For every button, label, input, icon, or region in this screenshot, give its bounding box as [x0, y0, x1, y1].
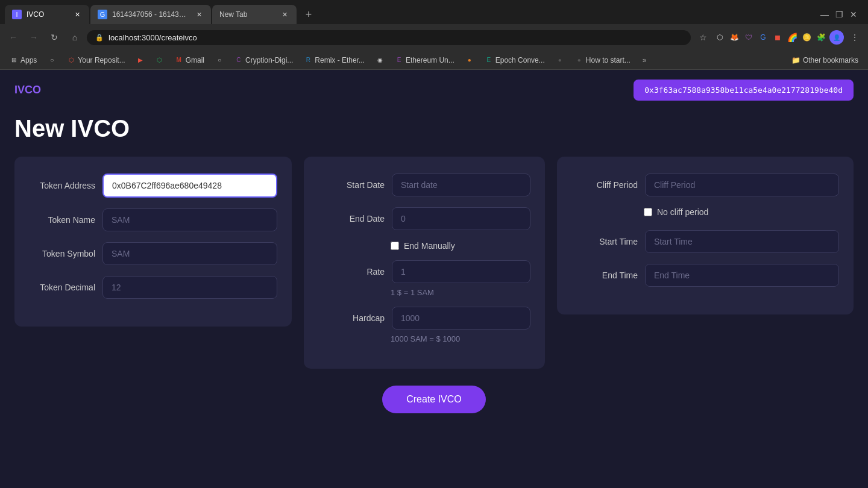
menu-button[interactable]: ⋮ — [846, 29, 863, 46]
end-date-label: End Date — [318, 214, 385, 224]
cliff-period-input[interactable] — [645, 174, 839, 196]
ext-icon-fox[interactable]: 🦊 — [728, 31, 740, 43]
end-time-input[interactable] — [645, 264, 839, 287]
bookmarks-more-button[interactable]: » — [639, 54, 650, 66]
rate-label: Rate — [318, 267, 385, 277]
ext-icon-shield[interactable]: 🛡 — [743, 31, 755, 43]
token-decimal-row: Token Decimal — [29, 276, 277, 299]
ext-puzzle[interactable]: 🧩 — [815, 31, 827, 43]
forward-button[interactable]: → — [25, 29, 42, 46]
create-ivco-button[interactable]: Create IVCO — [382, 386, 486, 413]
token-symbol-row: Token Symbol — [29, 242, 277, 265]
bookmarks-bar: ⊞ Apps ○ ⬡ Your Reposit... ▶ ⬡ M Gmail ○… — [0, 51, 868, 70]
app-logo[interactable]: IVCO — [14, 84, 41, 96]
circle-favicon: ○ — [48, 56, 56, 64]
bookmark-cryption-label: Cryption-Digi... — [245, 56, 293, 64]
end-date-input[interactable] — [392, 207, 530, 230]
back-button[interactable]: ← — [5, 29, 22, 46]
close-window-button[interactable]: ✕ — [849, 10, 858, 19]
token-symbol-input[interactable] — [102, 242, 277, 265]
tab2-favicon: G — [98, 10, 107, 19]
bookmark-epoch-label: Epoch Conve... — [495, 56, 545, 64]
end-time-label: End Time — [571, 271, 638, 280]
end-manually-checkbox[interactable] — [391, 242, 399, 250]
bookmark-b5[interactable]: ⬡ — [151, 54, 169, 66]
other-bookmarks-button[interactable]: 📁 Other bookmarks — [787, 54, 863, 66]
start-time-input[interactable] — [645, 230, 839, 253]
wallet-address-button[interactable]: 0x3f63ac7588a9358be11ca5e4a0e21772819be4… — [634, 80, 854, 101]
no-cliff-checkbox[interactable] — [644, 208, 652, 216]
bookmark-apps[interactable]: ⊞ Apps — [5, 54, 42, 66]
tab-2[interactable]: G 1614347056 - 16143772 ✕ — [90, 5, 211, 24]
bookmark-ethereum[interactable]: E Ethereum Un... — [390, 54, 459, 66]
bookmark-reposit-label: Your Reposit... — [78, 56, 125, 64]
rate-row: Rate — [318, 260, 530, 283]
cliff-period-label: Cliff Period — [571, 180, 638, 190]
hardcap-input[interactable] — [392, 307, 530, 330]
start-time-label: Start Time — [571, 237, 638, 246]
new-tab-button[interactable]: + — [300, 6, 317, 23]
token-name-label: Token Name — [29, 215, 95, 225]
address-bar[interactable]: 🔒 localhost:3000/createivco — [87, 30, 691, 45]
hardcap-label: Hardcap — [318, 313, 385, 323]
ext-icon-coin[interactable]: 🪙 — [800, 31, 813, 43]
yt-favicon: ▶ — [136, 56, 145, 64]
minimize-button[interactable]: — — [820, 10, 829, 19]
bookmark-howto[interactable]: ● How to start... — [570, 54, 635, 66]
token-decimal-input[interactable] — [102, 276, 277, 299]
home-button[interactable]: ⌂ — [66, 29, 83, 46]
ext-icon-sq[interactable]: ◼ — [772, 31, 784, 43]
no-cliff-label[interactable]: No cliff period — [657, 207, 708, 217]
rate-hint: 1 $ = 1 SAM — [318, 288, 530, 297]
other-bookmarks-label: Other bookmarks — [803, 56, 858, 64]
ext-icon-1[interactable]: ⬡ — [714, 31, 726, 43]
bookmark-b11[interactable]: ● — [461, 54, 479, 66]
bookmark-your-reposit[interactable]: ⬡ Your Reposit... — [62, 54, 130, 66]
tab2-close[interactable]: ✕ — [194, 10, 204, 19]
ext-icon-g[interactable]: G — [757, 31, 769, 43]
end-time-row: End Time — [571, 264, 839, 287]
tab-ivco[interactable]: I IVCO ✕ — [5, 5, 89, 24]
bookmark-cryption[interactable]: C Cryption-Digi... — [230, 54, 298, 66]
refresh-button[interactable]: ↻ — [46, 29, 63, 46]
bookmark-b13[interactable]: ● — [551, 54, 569, 66]
token-address-input[interactable] — [102, 174, 277, 198]
b9-favicon: ◉ — [376, 56, 384, 64]
dates-card: Start Date End Date End Manually Rate 1 … — [304, 157, 545, 369]
start-date-input[interactable] — [392, 174, 530, 196]
ext-icon-rainbow[interactable]: 🌈 — [786, 31, 798, 43]
b11-favicon: ● — [465, 56, 474, 64]
token-symbol-label: Token Symbol — [29, 249, 95, 258]
bookmark-remix[interactable]: R Remix - Ether... — [299, 54, 370, 66]
lock-icon: 🔒 — [95, 34, 104, 42]
bookmark-yt[interactable]: ▶ — [131, 54, 149, 66]
reposit-favicon: ⬡ — [67, 56, 75, 64]
no-cliff-row: No cliff period — [571, 207, 839, 217]
tab-ivco-title: IVCO — [27, 10, 68, 19]
bookmark-remix-label: Remix - Ether... — [315, 56, 365, 64]
user-avatar[interactable]: 👤 — [829, 30, 844, 45]
bookmark-apps-label: Apps — [20, 56, 37, 64]
tab-newtab[interactable]: New Tab ✕ — [212, 5, 297, 24]
app-header: IVCO 0x3f63ac7588a9358be11ca5e4a0e217728… — [0, 70, 868, 110]
star-button[interactable]: ☆ — [694, 29, 711, 46]
newtab-close[interactable]: ✕ — [280, 10, 289, 19]
cliff-period-row: Cliff Period — [571, 174, 839, 196]
bookmark-b7[interactable]: ○ — [210, 54, 228, 66]
eth-favicon: E — [395, 56, 403, 64]
token-name-input[interactable] — [102, 208, 277, 231]
bookmark-gmail[interactable]: M Gmail — [170, 54, 209, 66]
token-address-label: Token Address — [29, 181, 95, 190]
cryption-favicon: C — [234, 56, 243, 64]
bookmark-howto-label: How to start... — [586, 56, 631, 64]
bookmark-circle[interactable]: ○ — [43, 54, 61, 66]
tab-ivco-close[interactable]: ✕ — [72, 10, 82, 19]
bookmark-epoch[interactable]: E Epoch Conve... — [480, 54, 550, 66]
browser-chrome: I IVCO ✕ G 1614347056 - 16143772 ✕ New T… — [0, 0, 868, 70]
page-title: New IVCO — [0, 110, 868, 157]
bookmark-b9[interactable]: ◉ — [371, 54, 389, 66]
maximize-button[interactable]: ❐ — [834, 10, 844, 19]
rate-input[interactable] — [392, 260, 530, 283]
epoch-favicon: E — [485, 56, 493, 64]
end-manually-label[interactable]: End Manually — [404, 241, 455, 251]
